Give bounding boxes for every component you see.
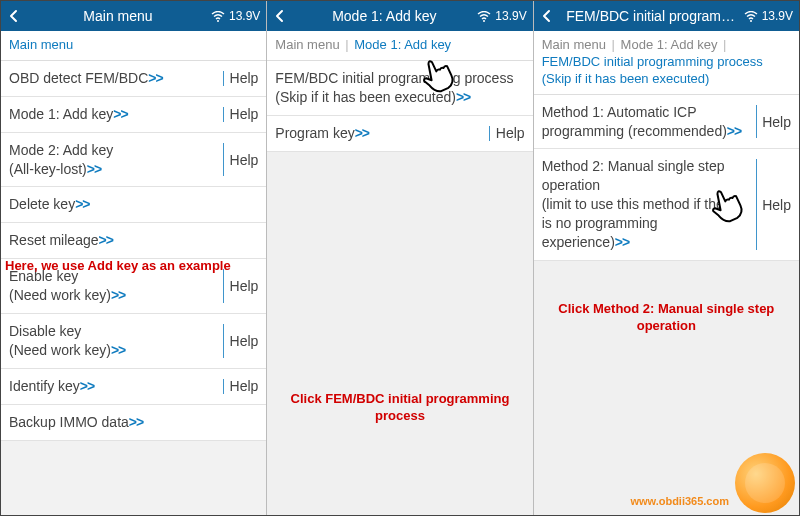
header-status: 13.9V: [744, 9, 793, 23]
header-status: 13.9V: [477, 9, 526, 23]
list-item-label: Program key>>: [275, 124, 481, 143]
header-bar: Mode 1: Add key 13.9V: [267, 1, 532, 31]
header-title: Main menu: [25, 8, 211, 24]
chevron-right-icon: >>: [615, 234, 629, 250]
list-item[interactable]: OBD detect FEM/BDC>>Help: [1, 61, 266, 97]
breadcrumb-item[interactable]: Main menu: [542, 37, 606, 52]
chevron-right-icon: >>: [111, 342, 125, 358]
list-item-label: Delete key>>: [9, 195, 258, 214]
help-link[interactable]: Help: [230, 333, 259, 349]
wifi-icon: [477, 11, 491, 22]
back-icon[interactable]: [7, 9, 21, 23]
divider: [223, 269, 224, 303]
chevron-right-icon: >>: [148, 70, 162, 86]
breadcrumb-item[interactable]: Mode 1: Add key: [621, 37, 718, 52]
header-title: FEM/BDC initial program…: [558, 8, 744, 24]
svg-point-1: [483, 20, 485, 22]
divider: [223, 379, 224, 394]
breadcrumb-item[interactable]: Main menu: [9, 37, 73, 52]
list-item[interactable]: Mode 2: Add key(All-key-lost)>>Help: [1, 133, 266, 188]
help-link[interactable]: Help: [230, 106, 259, 122]
panel-fem-bdc-init: FEM/BDC initial program… 13.9V Main menu…: [534, 1, 799, 515]
header-bar: Main menu 13.9V: [1, 1, 266, 31]
menu-list: Method 1: Automatic ICP programming (rec…: [534, 95, 799, 261]
list-item[interactable]: Reset mileage>>Help: [1, 223, 266, 259]
chevron-right-icon: >>: [456, 89, 470, 105]
divider: [756, 159, 757, 249]
chevron-right-icon: >>: [727, 123, 741, 139]
help-link[interactable]: Help: [762, 197, 791, 213]
help-link[interactable]: Help: [230, 378, 259, 394]
breadcrumb-item[interactable]: Mode 1: Add key: [354, 37, 451, 52]
voltage-label: 13.9V: [229, 9, 260, 23]
list-item-label: Identify key>>: [9, 377, 215, 396]
list-item[interactable]: Program key>>Help: [267, 116, 532, 152]
empty-area: [267, 152, 532, 515]
menu-list: FEM/BDC initial programming process(Skip…: [267, 61, 532, 152]
divider: [756, 105, 757, 139]
chevron-right-icon: >>: [87, 161, 101, 177]
chevron-right-icon: >>: [355, 125, 369, 141]
voltage-label: 13.9V: [762, 9, 793, 23]
list-item[interactable]: Backup IMMO data>>Help: [1, 405, 266, 441]
list-item[interactable]: Identify key>>Help: [1, 369, 266, 405]
chevron-right-icon: >>: [113, 106, 127, 122]
list-item[interactable]: Delete key>>Help: [1, 187, 266, 223]
empty-area: [534, 261, 799, 515]
chevron-right-icon: >>: [111, 287, 125, 303]
back-icon[interactable]: [273, 9, 287, 23]
voltage-label: 13.9V: [495, 9, 526, 23]
list-item-label: Reset mileage>>: [9, 231, 258, 250]
list-item-label: FEM/BDC initial programming process(Skip…: [275, 69, 524, 107]
panel-main-menu: Main menu 13.9V Main menu OBD detect FEM…: [1, 1, 267, 515]
list-item-label: Method 2: Manual single step operation(l…: [542, 157, 748, 251]
list-item[interactable]: Mode 1: Add key>>Help: [1, 97, 266, 133]
list-item[interactable]: Enable key(Need work key)>>Help: [1, 259, 266, 314]
wifi-icon: [744, 11, 758, 22]
help-link[interactable]: Help: [230, 278, 259, 294]
breadcrumb: Main menu: [1, 31, 266, 61]
breadcrumb-sep: |: [610, 37, 617, 52]
list-item[interactable]: Disable key(Need work key)>>Help: [1, 314, 266, 369]
help-link[interactable]: Help: [496, 125, 525, 141]
breadcrumb-item[interactable]: Main menu: [275, 37, 339, 52]
back-icon[interactable]: [540, 9, 554, 23]
help-link[interactable]: Help: [230, 70, 259, 86]
divider: [223, 107, 224, 122]
svg-point-2: [750, 20, 752, 22]
help-link[interactable]: Help: [230, 152, 259, 168]
list-item-label: Method 1: Automatic ICP programming (rec…: [542, 103, 748, 141]
divider: [489, 126, 490, 141]
list-item[interactable]: Method 1: Automatic ICP programming (rec…: [534, 95, 799, 150]
chevron-right-icon: >>: [75, 196, 89, 212]
wifi-icon: [211, 11, 225, 22]
list-item-label: Mode 1: Add key>>: [9, 105, 215, 124]
header-status: 13.9V: [211, 9, 260, 23]
breadcrumb-sep: |: [721, 37, 728, 52]
list-item-label: OBD detect FEM/BDC>>: [9, 69, 215, 88]
chevron-right-icon: >>: [99, 232, 113, 248]
panel-mode1-add-key: Mode 1: Add key 13.9V Main menu | Mode 1…: [267, 1, 533, 515]
divider: [223, 324, 224, 358]
menu-list: OBD detect FEM/BDC>>HelpMode 1: Add key>…: [1, 61, 266, 441]
divider: [223, 71, 224, 86]
divider: [223, 143, 224, 177]
list-item[interactable]: Method 2: Manual single step operation(l…: [534, 149, 799, 260]
list-item-label: Enable key(Need work key)>>: [9, 267, 215, 305]
breadcrumb-sep: |: [343, 37, 350, 52]
chevron-right-icon: >>: [80, 378, 94, 394]
help-link[interactable]: Help: [762, 114, 791, 130]
svg-point-0: [217, 20, 219, 22]
breadcrumb: Main menu | Mode 1: Add key | FEM/BDC in…: [534, 31, 799, 95]
list-item-label: Disable key(Need work key)>>: [9, 322, 215, 360]
list-item-label: Mode 2: Add key(All-key-lost)>>: [9, 141, 215, 179]
chevron-right-icon: >>: [129, 414, 143, 430]
list-item-label: Backup IMMO data>>: [9, 413, 258, 432]
header-title: Mode 1: Add key: [291, 8, 477, 24]
breadcrumb: Main menu | Mode 1: Add key: [267, 31, 532, 61]
header-bar: FEM/BDC initial program… 13.9V: [534, 1, 799, 31]
breadcrumb-item-active[interactable]: FEM/BDC initial programming process (Ski…: [542, 54, 763, 86]
list-item[interactable]: FEM/BDC initial programming process(Skip…: [267, 61, 532, 116]
